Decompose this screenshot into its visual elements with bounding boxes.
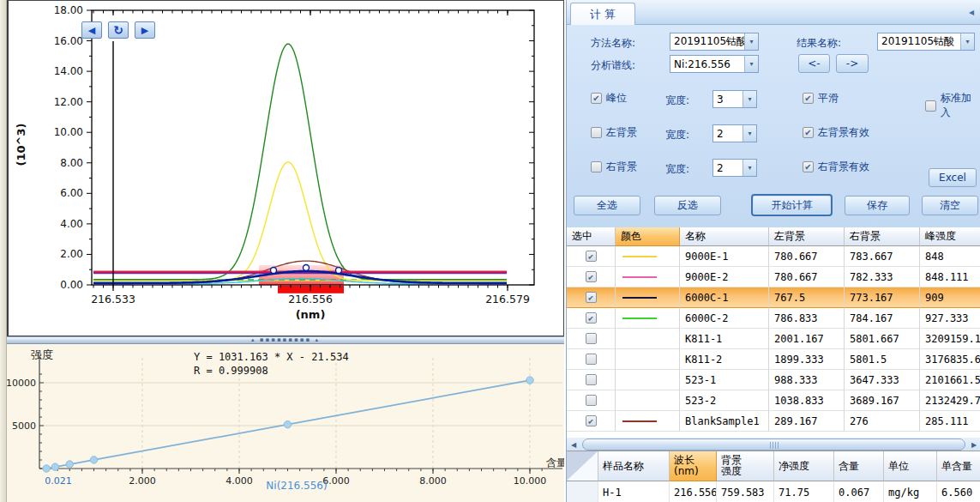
left-bg-width-label: 宽度:	[665, 128, 689, 142]
chevron-down-icon[interactable]: ▾	[960, 33, 974, 50]
method-name-select[interactable]: 20191105钴酸 ▾	[670, 33, 759, 51]
next-line-button[interactable]: ▶	[135, 21, 155, 39]
collapse-panel-icon[interactable]: ◂	[969, 6, 974, 18]
spectral-x-tick-label: 216.556	[288, 293, 333, 305]
left-bg-valid-checkbox-row[interactable]: ✔ 左背景有效	[803, 125, 869, 140]
standard-addition-checkbox-row[interactable]: 标准加入	[925, 91, 980, 120]
chart-splitter[interactable]: ▴ ▪▪▪▪▪▪▪▪▪ ▴	[7, 336, 564, 344]
right-bg-cell: 784.167	[845, 308, 920, 329]
table-row[interactable]: ✔BlankSample1289.167276285.111	[567, 411, 980, 432]
left-bg-cell: 1038.833	[769, 390, 845, 411]
row-select-checkbox[interactable]: ✔	[586, 251, 597, 262]
refresh-button[interactable]: ↻	[108, 21, 129, 39]
table-row[interactable]: ✔6000C-2786.833784.167927.333	[567, 308, 980, 329]
start-calculation-button[interactable]: 开始计算	[751, 194, 833, 216]
row-select-checkbox[interactable]: ✔	[586, 292, 597, 303]
left-background-checkbox-row[interactable]: 左背景	[591, 125, 637, 140]
scroll-right-icon[interactable]: ▶	[967, 438, 980, 451]
sample-name-cell: BlankSample1	[680, 411, 769, 432]
series-col-header[interactable]: 左背景	[769, 227, 845, 246]
series-col-header[interactable]: 选中	[567, 227, 616, 246]
row-select-checkbox[interactable]	[586, 333, 597, 344]
result-col-header[interactable]: 波长 (nm)	[670, 451, 717, 481]
left-bg-width-select[interactable]: 2 ▾	[712, 124, 757, 142]
method-name-label: 方法名称:	[591, 36, 635, 51]
table-row[interactable]: K811-12001.1675801.6673209159.111	[567, 329, 980, 349]
result-col-header[interactable]: 含量	[834, 451, 884, 481]
series-col-header[interactable]: 颜色	[616, 227, 680, 246]
scrollbar-grip-icon	[770, 442, 779, 449]
calibration-chart-canvas[interactable]: 5000100002.0004.0006.0008.00010.0000.021	[7, 344, 564, 502]
excel-export-button[interactable]: Excel	[929, 168, 977, 187]
right-bg-width-select[interactable]: 2 ▾	[712, 159, 757, 177]
result-col-header[interactable]: 背景 强度	[717, 451, 774, 481]
right-background-checkbox[interactable]	[591, 161, 602, 172]
table-row[interactable]: ✔9000E-1780.667783.667848	[567, 246, 980, 267]
result-cell: mg/kg	[884, 481, 937, 502]
analysis-line-select[interactable]: Ni:216.556 ▾	[670, 55, 759, 73]
svg-text:12.00: 12.00	[54, 96, 83, 108]
left-background-checkbox[interactable]	[591, 127, 602, 138]
smooth-checkbox-row[interactable]: ✔ 平滑	[803, 91, 839, 106]
result-col-header[interactable]: 样品名称	[598, 451, 670, 481]
left-bg-cell: 988.333	[769, 370, 845, 390]
result-cell: H-1	[598, 481, 670, 502]
next-result-button[interactable]: ->	[836, 54, 869, 73]
calibration-series-label: Ni(216.556)	[250, 480, 344, 492]
chevron-down-icon[interactable]: ▾	[743, 160, 756, 176]
table-corner-cell[interactable]	[567, 451, 598, 481]
table-row[interactable]: ✔9000E-2780.667782.333848.111	[567, 267, 980, 287]
chevron-down-icon[interactable]: ▾	[743, 91, 756, 107]
series-col-header[interactable]: 峰强度	[920, 227, 980, 246]
peak-position-checkbox[interactable]: ✔	[591, 93, 602, 104]
table-row[interactable]: 523-1988.3333647.3332101661.555	[567, 370, 980, 390]
row-select-checkbox[interactable]	[586, 374, 597, 385]
splitter-handle-icon[interactable]: ▴ ▪▪▪▪▪▪▪▪▪ ▴	[251, 337, 320, 343]
row-select-checkbox[interactable]: ✔	[586, 415, 597, 426]
horizontal-scrollbar[interactable]: ◀ ▶	[567, 437, 980, 451]
prev-line-button[interactable]: ◀	[81, 21, 102, 39]
scrollbar-thumb[interactable]	[582, 438, 965, 451]
row-select-checkbox[interactable]: ✔	[586, 271, 597, 282]
series-6000C-2-green-peak	[93, 44, 507, 280]
select-all-button[interactable]: 全选	[574, 196, 640, 215]
row-select-checkbox[interactable]	[586, 354, 597, 365]
clear-button[interactable]: 清空	[922, 196, 978, 215]
spectral-chart-canvas[interactable]: 0.002.004.006.008.0010.0012.0014.0016.00…	[9, 1, 564, 336]
smooth-checkbox[interactable]: ✔	[803, 93, 814, 104]
app-window: 0.002.004.006.008.0010.0012.0014.0016.00…	[0, 0, 980, 502]
chevron-down-icon[interactable]: ▾	[743, 125, 756, 142]
result-cell: 71.75	[774, 481, 834, 502]
save-button[interactable]: 保存	[845, 196, 910, 215]
chevron-down-icon[interactable]: ▾	[744, 33, 758, 50]
right-bg-cell: 782.333	[845, 267, 920, 287]
series-col-header[interactable]: 名称	[680, 227, 769, 246]
peak-position-checkbox-row[interactable]: ✔ 峰位	[591, 91, 627, 106]
scroll-left-icon[interactable]: ◀	[567, 438, 580, 451]
table-row[interactable]: 523-21038.8333689.1672132429.778	[567, 390, 980, 411]
row-select-checkbox[interactable]	[586, 395, 597, 406]
left-bg-cell: 767.5	[769, 287, 845, 308]
standard-addition-checkbox[interactable]	[925, 100, 936, 112]
result-row[interactable]: H-1216.556759.58371.750.067mg/kg6.560	[567, 481, 980, 502]
result-name-select[interactable]: 20191105钴酸 ▾	[877, 33, 975, 51]
chevron-down-icon[interactable]: ▾	[744, 56, 758, 72]
result-col-header[interactable]: 单含量	[937, 451, 980, 481]
peak-width-select[interactable]: 3 ▾	[712, 90, 757, 108]
right-background-checkbox-row[interactable]: 右背景	[591, 160, 637, 174]
result-col-header[interactable]: 单位	[884, 451, 937, 481]
sample-name-cell: 523-2	[680, 390, 769, 411]
series-col-header[interactable]: 右背景	[845, 227, 920, 246]
peak-intensity-cell: 2132429.778	[920, 390, 980, 411]
right-bg-valid-checkbox[interactable]: ✔	[803, 161, 814, 172]
prev-result-button[interactable]: <-	[798, 54, 830, 73]
result-col-header[interactable]: 净强度	[774, 451, 834, 481]
row-select-checkbox[interactable]: ✔	[586, 312, 597, 324]
invert-selection-button[interactable]: 反选	[654, 196, 721, 215]
tab-calculate[interactable]: 计 算	[570, 3, 635, 25]
table-row[interactable]: ✔6000C-1767.5773.167909	[567, 287, 980, 308]
right-bg-valid-checkbox-row[interactable]: ✔ 右背景有效	[803, 160, 869, 174]
table-row[interactable]: K811-21899.3335801.53176835.667	[567, 349, 980, 370]
left-background-label: 左背景	[606, 125, 637, 140]
left-bg-valid-checkbox[interactable]: ✔	[803, 127, 814, 138]
